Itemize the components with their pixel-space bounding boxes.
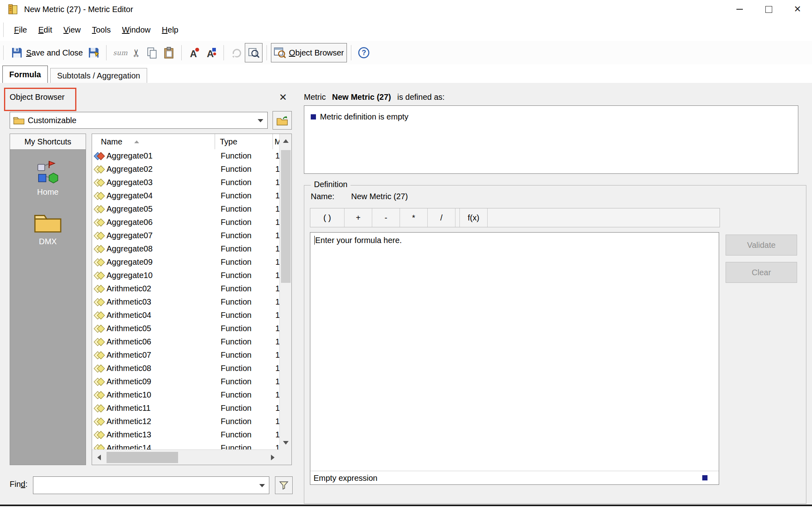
expression-status-bar: Empty expression bbox=[310, 471, 719, 484]
row-type: Function bbox=[216, 417, 274, 426]
close-button[interactable]: ✕ bbox=[783, 0, 812, 19]
menu-help[interactable]: Help bbox=[156, 19, 184, 41]
list-item[interactable]: Arithmetic14 Function 1 bbox=[92, 441, 279, 449]
find-input[interactable] bbox=[37, 480, 251, 490]
sum-button[interactable]: sum bbox=[111, 43, 130, 62]
column-header-name[interactable]: Name bbox=[92, 134, 215, 149]
row-type: Function bbox=[216, 377, 274, 386]
plus-button[interactable]: + bbox=[344, 208, 372, 227]
metric-editor-window: New Metric (27) - Metric Editor ✕ File E… bbox=[0, 0, 812, 511]
list-item[interactable]: Arithmetic07 Function 1 bbox=[92, 348, 279, 362]
validate-button[interactable]: Validate bbox=[726, 235, 797, 255]
row-modified: 1 bbox=[274, 231, 279, 240]
row-name: Arithmetic05 bbox=[105, 324, 216, 333]
list-item[interactable]: Arithmetic02 Function 1 bbox=[92, 282, 279, 295]
scroll-down-button[interactable] bbox=[280, 436, 292, 449]
save-as-button[interactable] bbox=[85, 43, 102, 62]
list-item[interactable]: Aggregate01 Function 1 bbox=[92, 149, 279, 163]
list-item[interactable]: Aggregate03 Function 1 bbox=[92, 176, 279, 189]
row-type: Function bbox=[216, 244, 274, 253]
list-header: Name Type M bbox=[92, 134, 291, 150]
object-browser-close-icon[interactable]: ✕ bbox=[279, 92, 287, 103]
save-and-close-button[interactable]: Save and Close bbox=[8, 43, 85, 62]
list-item[interactable]: Arithmetic06 Function 1 bbox=[92, 335, 279, 348]
minus-button[interactable]: - bbox=[372, 208, 400, 227]
vertical-scrollbar[interactable] bbox=[279, 134, 291, 449]
shortcut-dmx[interactable]: DMX bbox=[10, 211, 86, 246]
fx-button[interactable]: f(x) bbox=[459, 208, 488, 227]
formula-input[interactable]: Enter your formula here. bbox=[310, 233, 719, 470]
horizontal-scroll-thumb[interactable] bbox=[107, 452, 178, 463]
insert-function-icon: A bbox=[188, 47, 200, 59]
cut-button[interactable]: ✂ bbox=[130, 43, 144, 62]
refresh-button[interactable] bbox=[228, 43, 245, 62]
maximize-button[interactable] bbox=[754, 0, 783, 19]
list-item[interactable]: Aggregate06 Function 1 bbox=[92, 216, 279, 229]
menu-edit[interactable]: Edit bbox=[33, 19, 57, 41]
paste-button[interactable] bbox=[160, 43, 177, 62]
home-icon bbox=[35, 159, 61, 184]
insert-function-button[interactable]: A bbox=[186, 43, 203, 62]
list-item[interactable]: Aggregate10 Function 1 bbox=[92, 269, 279, 282]
list-item[interactable]: Arithmetic03 Function 1 bbox=[92, 295, 279, 309]
function-icon bbox=[94, 231, 105, 241]
menu-window[interactable]: Window bbox=[116, 19, 156, 41]
list-item[interactable]: Aggregate02 Function 1 bbox=[92, 163, 279, 176]
minimize-button[interactable] bbox=[725, 0, 754, 19]
tab-subtotals-aggregation[interactable]: Subtotals / Aggregation bbox=[50, 68, 147, 83]
find-combobox[interactable] bbox=[33, 476, 269, 494]
tab-strip: Formula Subtotals / Aggregation bbox=[0, 64, 812, 83]
list-item[interactable]: Aggregate07 Function 1 bbox=[92, 229, 279, 242]
copy-button[interactable] bbox=[144, 43, 160, 62]
list-item[interactable]: Arithmetic10 Function 1 bbox=[92, 388, 279, 402]
list-item[interactable]: Arithmetic04 Function 1 bbox=[92, 309, 279, 322]
scroll-right-button[interactable] bbox=[266, 450, 279, 465]
zoom-view-button[interactable] bbox=[245, 43, 262, 62]
object-browser-toggle-button[interactable]: Object Browser bbox=[271, 43, 347, 62]
list-item[interactable]: Aggregate04 Function 1 bbox=[92, 189, 279, 202]
list-item[interactable]: Arithmetic09 Function 1 bbox=[92, 375, 279, 388]
sort-ascending-icon bbox=[134, 140, 139, 143]
insert-operator-button[interactable]: A bbox=[203, 43, 219, 62]
scroll-up-button[interactable] bbox=[280, 134, 292, 148]
column-header-type[interactable]: Type bbox=[215, 134, 273, 149]
list-item[interactable]: Aggregate05 Function 1 bbox=[92, 202, 279, 216]
multiply-button[interactable]: * bbox=[400, 208, 428, 227]
folder-select[interactable]: Customizable bbox=[10, 112, 268, 129]
shortcut-home[interactable]: Home bbox=[10, 159, 86, 197]
parentheses-button[interactable]: ( ) bbox=[310, 208, 344, 227]
toolbar-gripper[interactable] bbox=[3, 45, 6, 60]
dmx-folder-icon bbox=[34, 211, 62, 234]
list-item[interactable]: Arithmetic13 Function 1 bbox=[92, 428, 279, 441]
tab-formula[interactable]: Formula bbox=[2, 66, 48, 83]
row-name: Arithmetic11 bbox=[105, 404, 216, 413]
menu-file[interactable]: File bbox=[8, 19, 33, 41]
row-type: Function bbox=[216, 165, 274, 174]
list-item[interactable]: Arithmetic05 Function 1 bbox=[92, 322, 279, 335]
toolbar-separator bbox=[106, 45, 107, 60]
list-item[interactable]: Arithmetic08 Function 1 bbox=[92, 362, 279, 375]
function-icon bbox=[94, 350, 105, 361]
menu-view[interactable]: View bbox=[58, 19, 86, 41]
app-icon bbox=[7, 4, 18, 15]
row-modified: 1 bbox=[274, 390, 279, 400]
horizontal-scrollbar[interactable] bbox=[92, 449, 279, 465]
menu-tools[interactable]: Tools bbox=[86, 19, 117, 41]
list-item[interactable]: Aggregate09 Function 1 bbox=[92, 255, 279, 269]
list-item[interactable]: Arithmetic11 Function 1 bbox=[92, 402, 279, 415]
divide-button[interactable]: / bbox=[428, 208, 455, 227]
row-type: Function bbox=[216, 337, 274, 346]
row-modified: 1 bbox=[274, 364, 279, 373]
scroll-left-button[interactable] bbox=[92, 450, 106, 465]
help-button[interactable]: ? bbox=[355, 43, 372, 62]
vertical-scroll-thumb[interactable] bbox=[281, 150, 291, 283]
list-item[interactable]: Aggregate08 Function 1 bbox=[92, 242, 279, 255]
row-name: Arithmetic06 bbox=[105, 337, 216, 346]
row-modified: 1 bbox=[274, 218, 279, 227]
list-item[interactable]: Arithmetic12 Function 1 bbox=[92, 415, 279, 428]
filter-button[interactable] bbox=[275, 476, 293, 494]
menu-gripper[interactable] bbox=[3, 23, 6, 37]
row-modified: 1 bbox=[274, 324, 279, 333]
browse-up-button[interactable] bbox=[273, 111, 292, 130]
clear-button[interactable]: Clear bbox=[726, 262, 797, 283]
